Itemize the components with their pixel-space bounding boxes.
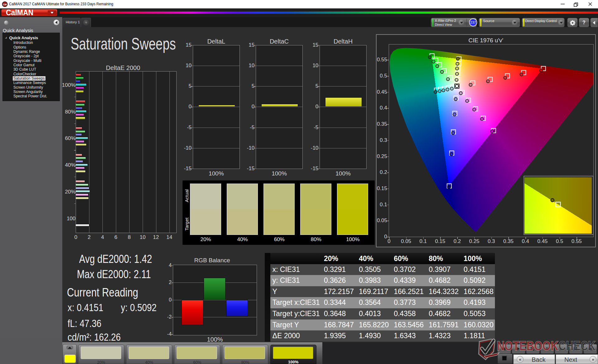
- svg-text:CHECK: CHECK: [558, 338, 596, 353]
- svg-text:CM: CM: [3, 3, 7, 6]
- svg-text:NOTEBOOK: NOTEBOOK: [497, 338, 558, 353]
